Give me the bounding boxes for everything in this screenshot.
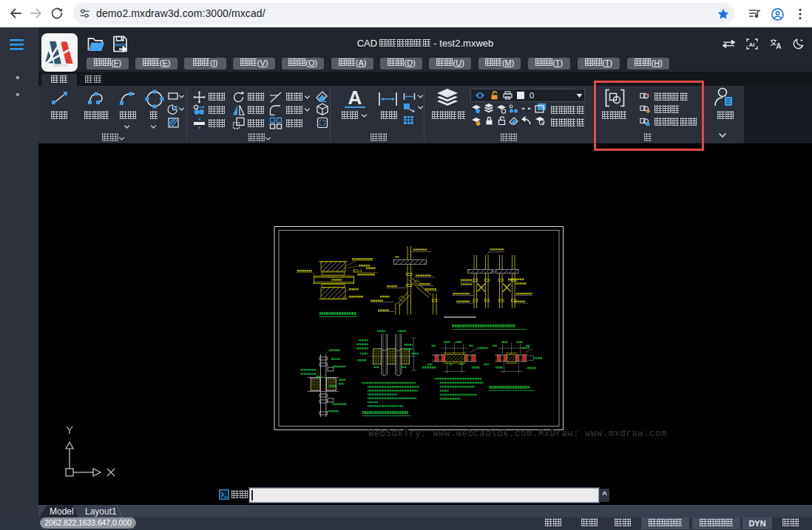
svg-text:RS-I: RS-I (353, 268, 362, 273)
svg-text:A: A (776, 42, 781, 49)
svg-text:AI: AI (748, 41, 754, 48)
